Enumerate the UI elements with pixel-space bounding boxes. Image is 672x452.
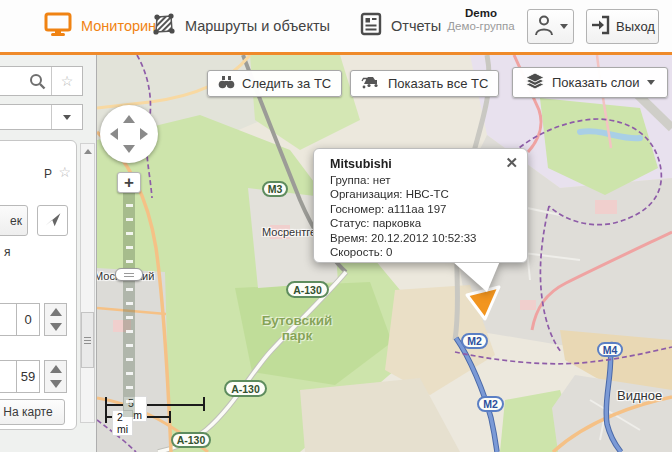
search-icon <box>29 73 46 94</box>
pan-down-arrow-icon[interactable] <box>123 145 135 153</box>
tab-monitoring[interactable]: Мониторинг <box>44 0 161 52</box>
vehicle-panel: P ☆ ек я 0 59 <box>0 140 77 430</box>
star-icon: ☆ <box>61 74 74 88</box>
pan-up-arrow-icon[interactable] <box>123 115 135 123</box>
popup-row-status: Статус: парковка <box>330 216 515 230</box>
tab-routes-objects-label: Маршруты и объекты <box>185 18 330 34</box>
number-stepper[interactable] <box>44 360 67 393</box>
road-badge-m3: М3 <box>262 181 288 197</box>
user-name: Demo <box>442 7 520 20</box>
locate-button[interactable] <box>37 205 68 236</box>
popup-row-plate: Госномер: а111аа 197 <box>330 202 515 216</box>
sidebar-scrollbar[interactable] <box>80 143 95 423</box>
road-badge-m4: М4 <box>597 342 623 357</box>
popup-row-group: Группа: нет <box>330 173 515 187</box>
follow-vehicle-label: Следить за ТС <box>242 76 331 91</box>
place-label-butovsky-park: Бутовский парк <box>257 313 337 343</box>
current-user-info: Demo Демо-группа <box>442 7 520 33</box>
number-field-value[interactable]: 59 <box>16 360 40 393</box>
popup-row-time: Время: 20.12.2012 10:52:33 <box>330 231 515 245</box>
left-sidebar: ☆ P ☆ ек я 0 <box>0 55 97 452</box>
layers-icon <box>525 72 545 93</box>
pan-left-arrow-icon[interactable] <box>110 128 118 140</box>
exit-icon <box>590 15 610 38</box>
user-icon <box>534 14 554 39</box>
vehicle-info-popup: ✕ Mitsubishi Группа: нет Организация: НВ… <box>313 148 528 263</box>
user-group: Демо-группа <box>442 20 520 33</box>
list-item-text: P <box>44 167 52 181</box>
logout-label: Выход <box>616 19 655 34</box>
scrollbar-thumb[interactable] <box>81 312 94 368</box>
zoom-slider-track[interactable] <box>123 193 135 417</box>
chevron-down-icon <box>647 80 655 85</box>
show-on-map-button[interactable]: На карте <box>0 399 65 425</box>
close-icon[interactable]: ✕ <box>505 155 518 170</box>
top-navigation-bar: Мониторинг Маршруты и объекты Отчеты Dem… <box>0 0 672 55</box>
show-layers-button[interactable]: Показать слои <box>512 67 668 98</box>
chevron-down-icon <box>560 24 568 29</box>
monitor-icon <box>44 12 72 40</box>
number-field[interactable] <box>0 360 17 393</box>
show-layers-label: Показать слои <box>552 75 640 90</box>
select-dropdown-button[interactable] <box>51 105 82 129</box>
chevron-down-icon <box>63 115 71 120</box>
logout-button[interactable]: Выход <box>586 9 659 44</box>
popup-vehicle-title: Mitsubishi <box>330 157 515 171</box>
popup-tail <box>452 261 500 292</box>
map-pan-control[interactable] <box>100 105 158 163</box>
map-canvas[interactable]: Мосрентген Московский Бутовский парк Вид… <box>97 55 672 452</box>
tab-reports-label: Отчеты <box>391 18 441 34</box>
road-badge-m2: М2 <box>477 396 504 412</box>
step-up-icon[interactable] <box>50 308 62 316</box>
geofence-polygon-icon <box>152 12 176 40</box>
triangle-up-icon <box>84 149 92 154</box>
step-down-icon[interactable] <box>50 323 62 331</box>
show-on-map-label: На карте <box>3 405 52 419</box>
app-window: Мониторинг Маршруты и объекты Отчеты Dem… <box>0 0 672 452</box>
road-badge-a130: А-130 <box>286 281 329 298</box>
road-badge-m2: М2 <box>461 333 488 349</box>
favorites-filter-button[interactable]: ☆ <box>51 67 82 95</box>
pan-right-arrow-icon[interactable] <box>140 128 148 140</box>
binoculars-icon <box>218 75 235 92</box>
popup-row-organization: Организация: НВС-ТС <box>330 187 515 201</box>
number-stepper[interactable] <box>44 303 67 336</box>
search-input[interactable]: ☆ <box>0 66 83 96</box>
tab-monitoring-label: Мониторинг <box>81 18 161 34</box>
star-icon[interactable]: ☆ <box>58 165 71 179</box>
report-icon <box>360 12 382 40</box>
zoom-in-button[interactable]: + <box>117 172 141 193</box>
cars-icon <box>361 75 381 92</box>
group-select[interactable] <box>0 104 83 130</box>
number-field[interactable] <box>0 303 17 336</box>
scroll-up-button[interactable] <box>81 144 94 158</box>
show-all-vehicles-label: Показать все ТС <box>388 76 488 91</box>
road-badge-a130: А-130 <box>171 432 211 448</box>
follow-vehicle-button[interactable]: Следить за ТС <box>207 70 342 97</box>
show-all-vehicles-button[interactable]: Показать все ТС <box>350 70 499 97</box>
user-menu-button[interactable] <box>527 9 574 44</box>
zoom-slider-handle[interactable] <box>115 268 143 281</box>
number-field-value[interactable]: 0 <box>16 303 40 336</box>
popup-row-speed: Скорость: 0 <box>330 245 515 259</box>
tab-routes-objects[interactable]: Маршруты и объекты <box>152 0 330 52</box>
road-badge-a130: А-130 <box>224 380 267 397</box>
step-down-icon[interactable] <box>50 380 62 388</box>
track-button-label: ек <box>10 214 22 228</box>
place-label-vidnoe: Видное <box>617 388 662 403</box>
panel-text: я <box>4 245 11 259</box>
track-button[interactable]: ек <box>0 205 28 236</box>
step-up-icon[interactable] <box>50 365 62 373</box>
tab-reports[interactable]: Отчеты <box>360 0 441 52</box>
location-arrow-icon <box>44 210 62 231</box>
